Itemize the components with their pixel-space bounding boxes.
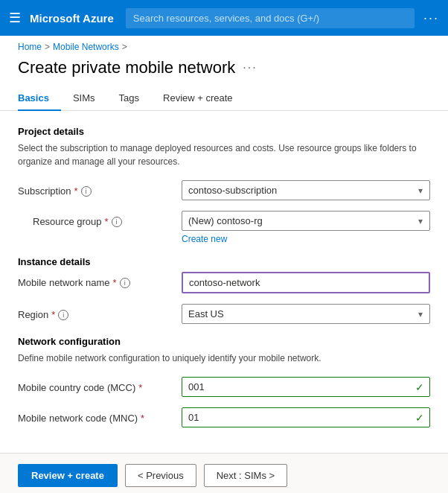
- region-dropdown-wrapper: East US: [182, 304, 430, 324]
- mcc-input-col: ✓: [182, 377, 430, 397]
- network-name-input-col: [182, 272, 430, 293]
- mnc-check-icon: ✓: [415, 412, 424, 424]
- page-title-more-icon[interactable]: ···: [243, 61, 257, 74]
- hamburger-menu-icon[interactable]: ☰: [9, 10, 21, 26]
- tab-sims[interactable]: SIMs: [73, 86, 107, 111]
- region-input-col: East US: [182, 304, 430, 324]
- subscription-label-col: Subscription * i: [18, 180, 182, 197]
- breadcrumb-sep1: >: [45, 42, 50, 52]
- network-config-desc: Define mobile network configuration to u…: [18, 352, 430, 365]
- search-input[interactable]: [126, 8, 415, 28]
- network-name-label-col: Mobile network name * i: [18, 272, 182, 288]
- region-info-icon[interactable]: i: [58, 310, 68, 320]
- network-name-row: Mobile network name * i: [18, 272, 430, 293]
- mcc-required: *: [138, 382, 142, 393]
- mnc-row: Mobile network code (MNC) * ✓: [18, 407, 430, 427]
- subscription-select[interactable]: contoso-subscription: [182, 180, 430, 200]
- tab-review-create[interactable]: Review + create: [163, 86, 245, 111]
- top-navigation: ☰ Microsoft Azure ···: [0, 0, 448, 36]
- mnc-input[interactable]: [182, 407, 430, 427]
- mnc-input-col: ✓: [182, 407, 430, 427]
- resource-group-label: Resource group: [33, 216, 102, 227]
- network-name-required: *: [113, 277, 117, 288]
- resource-group-info-icon[interactable]: i: [112, 217, 122, 227]
- mcc-check-icon: ✓: [415, 381, 424, 393]
- tab-tags[interactable]: Tags: [119, 86, 151, 111]
- breadcrumb: Home > Mobile Networks >: [0, 36, 448, 55]
- mcc-input[interactable]: [182, 377, 430, 397]
- page-title-bar: Create private mobile network ···: [0, 55, 448, 86]
- mcc-label-col: Mobile country code (MCC) *: [18, 377, 182, 393]
- nav-more-icon[interactable]: ···: [423, 10, 439, 26]
- region-label-col: Region * i: [18, 304, 182, 320]
- mnc-input-wrapper: ✓: [182, 407, 430, 427]
- subscription-label: Subscription: [18, 185, 71, 197]
- mnc-label: Mobile network code (MNC): [18, 413, 138, 424]
- network-name-input-wrapper: [182, 272, 430, 293]
- mcc-row: Mobile country code (MCC) * ✓: [18, 377, 430, 397]
- subscription-input-col: contoso-subscription: [182, 180, 430, 200]
- resource-group-input-col: (New) contoso-rg Create new: [182, 211, 430, 244]
- next-button[interactable]: Next : SIMs >: [204, 464, 287, 487]
- page-title: Create private mobile network: [18, 58, 235, 77]
- review-create-button[interactable]: Review + create: [18, 464, 118, 487]
- resource-group-label-col: Resource group * i: [18, 211, 182, 227]
- breadcrumb-mobile-networks[interactable]: Mobile Networks: [53, 42, 119, 52]
- subscription-row: Subscription * i contoso-subscription: [18, 180, 430, 200]
- breadcrumb-sep2: >: [122, 42, 127, 52]
- subscription-info-icon[interactable]: i: [81, 186, 92, 197]
- region-select[interactable]: East US: [182, 304, 430, 324]
- resource-group-dropdown-wrapper: (New) contoso-rg: [182, 211, 430, 231]
- resource-group-select[interactable]: (New) contoso-rg: [182, 211, 430, 231]
- network-name-info-icon[interactable]: i: [120, 278, 130, 288]
- footer: Review + create < Previous Next : SIMs >: [0, 453, 448, 493]
- region-label: Region: [18, 309, 48, 320]
- mcc-label: Mobile country code (MCC): [18, 382, 135, 393]
- create-new-link[interactable]: Create new: [182, 234, 227, 244]
- previous-button[interactable]: < Previous: [125, 464, 196, 487]
- breadcrumb-home[interactable]: Home: [18, 42, 42, 52]
- project-details-title: Project details: [18, 126, 430, 137]
- network-name-label: Mobile network name: [18, 277, 110, 288]
- mcc-input-wrapper: ✓: [182, 377, 430, 397]
- network-config-title: Network configuration: [18, 336, 430, 347]
- mnc-label-col: Mobile network code (MNC) *: [18, 407, 182, 424]
- tabs-bar: Basics SIMs Tags Review + create: [0, 86, 448, 111]
- mnc-required: *: [141, 413, 144, 424]
- instance-details-title: Instance details: [18, 256, 430, 267]
- region-row: Region * i East US: [18, 304, 430, 324]
- main-content: Project details Select the subscription …: [0, 111, 448, 453]
- tab-basics[interactable]: Basics: [18, 86, 61, 111]
- subscription-dropdown-wrapper: contoso-subscription: [182, 180, 430, 200]
- brand-logo: Microsoft Azure: [30, 12, 114, 25]
- resource-group-required: *: [105, 216, 109, 227]
- resource-group-row: Resource group * i (New) contoso-rg Crea…: [18, 211, 430, 244]
- subscription-required: *: [74, 185, 78, 197]
- project-details-desc: Select the subscription to manage deploy…: [18, 141, 430, 168]
- network-name-input[interactable]: [182, 272, 430, 293]
- region-required: *: [51, 309, 55, 320]
